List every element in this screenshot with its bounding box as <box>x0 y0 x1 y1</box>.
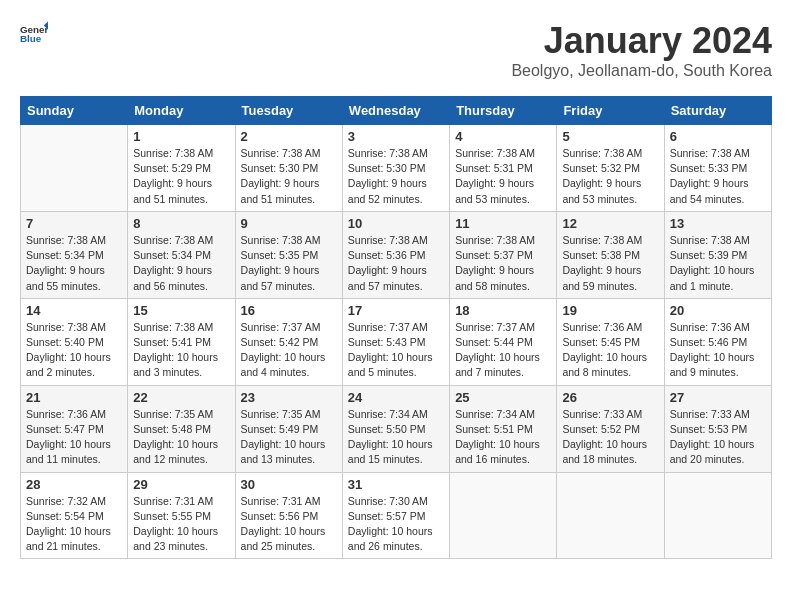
day-number: 8 <box>133 216 229 231</box>
day-detail: Sunrise: 7:35 AM Sunset: 5:48 PM Dayligh… <box>133 407 229 468</box>
calendar-week-row: 14Sunrise: 7:38 AM Sunset: 5:40 PM Dayli… <box>21 298 772 385</box>
day-number: 6 <box>670 129 766 144</box>
day-number: 17 <box>348 303 444 318</box>
calendar-cell: 15Sunrise: 7:38 AM Sunset: 5:41 PM Dayli… <box>128 298 235 385</box>
day-number: 31 <box>348 477 444 492</box>
day-number: 3 <box>348 129 444 144</box>
day-detail: Sunrise: 7:38 AM Sunset: 5:39 PM Dayligh… <box>670 233 766 294</box>
calendar-week-row: 7Sunrise: 7:38 AM Sunset: 5:34 PM Daylig… <box>21 211 772 298</box>
day-number: 18 <box>455 303 551 318</box>
day-number: 28 <box>26 477 122 492</box>
day-detail: Sunrise: 7:38 AM Sunset: 5:37 PM Dayligh… <box>455 233 551 294</box>
logo-icon: General Blue <box>20 20 48 48</box>
calendar-cell: 3Sunrise: 7:38 AM Sunset: 5:30 PM Daylig… <box>342 125 449 212</box>
day-detail: Sunrise: 7:34 AM Sunset: 5:51 PM Dayligh… <box>455 407 551 468</box>
day-number: 12 <box>562 216 658 231</box>
day-number: 5 <box>562 129 658 144</box>
weekday-header: Friday <box>557 97 664 125</box>
weekday-header: Wednesday <box>342 97 449 125</box>
day-detail: Sunrise: 7:38 AM Sunset: 5:34 PM Dayligh… <box>26 233 122 294</box>
day-detail: Sunrise: 7:36 AM Sunset: 5:46 PM Dayligh… <box>670 320 766 381</box>
day-number: 13 <box>670 216 766 231</box>
day-detail: Sunrise: 7:33 AM Sunset: 5:53 PM Dayligh… <box>670 407 766 468</box>
day-detail: Sunrise: 7:33 AM Sunset: 5:52 PM Dayligh… <box>562 407 658 468</box>
day-detail: Sunrise: 7:38 AM Sunset: 5:40 PM Dayligh… <box>26 320 122 381</box>
weekday-header: Sunday <box>21 97 128 125</box>
day-detail: Sunrise: 7:37 AM Sunset: 5:43 PM Dayligh… <box>348 320 444 381</box>
weekday-header: Monday <box>128 97 235 125</box>
day-detail: Sunrise: 7:31 AM Sunset: 5:55 PM Dayligh… <box>133 494 229 555</box>
day-detail: Sunrise: 7:35 AM Sunset: 5:49 PM Dayligh… <box>241 407 337 468</box>
calendar-cell: 28Sunrise: 7:32 AM Sunset: 5:54 PM Dayli… <box>21 472 128 559</box>
day-number: 9 <box>241 216 337 231</box>
day-detail: Sunrise: 7:38 AM Sunset: 5:36 PM Dayligh… <box>348 233 444 294</box>
calendar-cell <box>664 472 771 559</box>
day-number: 10 <box>348 216 444 231</box>
svg-text:Blue: Blue <box>20 33 42 44</box>
calendar-cell: 22Sunrise: 7:35 AM Sunset: 5:48 PM Dayli… <box>128 385 235 472</box>
day-detail: Sunrise: 7:38 AM Sunset: 5:38 PM Dayligh… <box>562 233 658 294</box>
day-number: 27 <box>670 390 766 405</box>
day-detail: Sunrise: 7:30 AM Sunset: 5:57 PM Dayligh… <box>348 494 444 555</box>
day-number: 20 <box>670 303 766 318</box>
weekday-header: Tuesday <box>235 97 342 125</box>
day-detail: Sunrise: 7:32 AM Sunset: 5:54 PM Dayligh… <box>26 494 122 555</box>
calendar-cell: 2Sunrise: 7:38 AM Sunset: 5:30 PM Daylig… <box>235 125 342 212</box>
day-detail: Sunrise: 7:38 AM Sunset: 5:33 PM Dayligh… <box>670 146 766 207</box>
weekday-header: Thursday <box>450 97 557 125</box>
day-detail: Sunrise: 7:34 AM Sunset: 5:50 PM Dayligh… <box>348 407 444 468</box>
day-detail: Sunrise: 7:36 AM Sunset: 5:45 PM Dayligh… <box>562 320 658 381</box>
calendar-week-row: 1Sunrise: 7:38 AM Sunset: 5:29 PM Daylig… <box>21 125 772 212</box>
day-number: 16 <box>241 303 337 318</box>
calendar-cell: 6Sunrise: 7:38 AM Sunset: 5:33 PM Daylig… <box>664 125 771 212</box>
calendar-cell: 18Sunrise: 7:37 AM Sunset: 5:44 PM Dayli… <box>450 298 557 385</box>
calendar-week-row: 21Sunrise: 7:36 AM Sunset: 5:47 PM Dayli… <box>21 385 772 472</box>
calendar-cell <box>450 472 557 559</box>
day-detail: Sunrise: 7:38 AM Sunset: 5:34 PM Dayligh… <box>133 233 229 294</box>
day-detail: Sunrise: 7:38 AM Sunset: 5:30 PM Dayligh… <box>241 146 337 207</box>
calendar-cell: 30Sunrise: 7:31 AM Sunset: 5:56 PM Dayli… <box>235 472 342 559</box>
calendar-cell: 13Sunrise: 7:38 AM Sunset: 5:39 PM Dayli… <box>664 211 771 298</box>
calendar-cell <box>21 125 128 212</box>
calendar-cell: 25Sunrise: 7:34 AM Sunset: 5:51 PM Dayli… <box>450 385 557 472</box>
logo: General Blue <box>20 20 48 48</box>
day-number: 23 <box>241 390 337 405</box>
calendar-cell: 8Sunrise: 7:38 AM Sunset: 5:34 PM Daylig… <box>128 211 235 298</box>
day-number: 19 <box>562 303 658 318</box>
day-number: 1 <box>133 129 229 144</box>
calendar-cell: 21Sunrise: 7:36 AM Sunset: 5:47 PM Dayli… <box>21 385 128 472</box>
title-block: January 2024 Beolgyo, Jeollanam-do, Sout… <box>511 20 772 80</box>
calendar-cell: 7Sunrise: 7:38 AM Sunset: 5:34 PM Daylig… <box>21 211 128 298</box>
main-title: January 2024 <box>511 20 772 62</box>
day-detail: Sunrise: 7:31 AM Sunset: 5:56 PM Dayligh… <box>241 494 337 555</box>
calendar-cell: 5Sunrise: 7:38 AM Sunset: 5:32 PM Daylig… <box>557 125 664 212</box>
calendar-cell: 17Sunrise: 7:37 AM Sunset: 5:43 PM Dayli… <box>342 298 449 385</box>
day-number: 14 <box>26 303 122 318</box>
calendar-cell: 31Sunrise: 7:30 AM Sunset: 5:57 PM Dayli… <box>342 472 449 559</box>
day-number: 30 <box>241 477 337 492</box>
calendar-cell: 11Sunrise: 7:38 AM Sunset: 5:37 PM Dayli… <box>450 211 557 298</box>
day-number: 22 <box>133 390 229 405</box>
calendar-cell: 4Sunrise: 7:38 AM Sunset: 5:31 PM Daylig… <box>450 125 557 212</box>
subtitle: Beolgyo, Jeollanam-do, South Korea <box>511 62 772 80</box>
day-number: 4 <box>455 129 551 144</box>
calendar-cell <box>557 472 664 559</box>
calendar-cell: 24Sunrise: 7:34 AM Sunset: 5:50 PM Dayli… <box>342 385 449 472</box>
day-number: 15 <box>133 303 229 318</box>
weekday-header: Saturday <box>664 97 771 125</box>
day-detail: Sunrise: 7:38 AM Sunset: 5:30 PM Dayligh… <box>348 146 444 207</box>
calendar-cell: 10Sunrise: 7:38 AM Sunset: 5:36 PM Dayli… <box>342 211 449 298</box>
day-number: 24 <box>348 390 444 405</box>
day-number: 7 <box>26 216 122 231</box>
day-detail: Sunrise: 7:38 AM Sunset: 5:41 PM Dayligh… <box>133 320 229 381</box>
calendar-cell: 27Sunrise: 7:33 AM Sunset: 5:53 PM Dayli… <box>664 385 771 472</box>
calendar-cell: 19Sunrise: 7:36 AM Sunset: 5:45 PM Dayli… <box>557 298 664 385</box>
day-number: 11 <box>455 216 551 231</box>
day-number: 2 <box>241 129 337 144</box>
day-detail: Sunrise: 7:37 AM Sunset: 5:44 PM Dayligh… <box>455 320 551 381</box>
calendar-cell: 14Sunrise: 7:38 AM Sunset: 5:40 PM Dayli… <box>21 298 128 385</box>
day-number: 29 <box>133 477 229 492</box>
calendar-cell: 1Sunrise: 7:38 AM Sunset: 5:29 PM Daylig… <box>128 125 235 212</box>
day-detail: Sunrise: 7:38 AM Sunset: 5:29 PM Dayligh… <box>133 146 229 207</box>
calendar-cell: 20Sunrise: 7:36 AM Sunset: 5:46 PM Dayli… <box>664 298 771 385</box>
